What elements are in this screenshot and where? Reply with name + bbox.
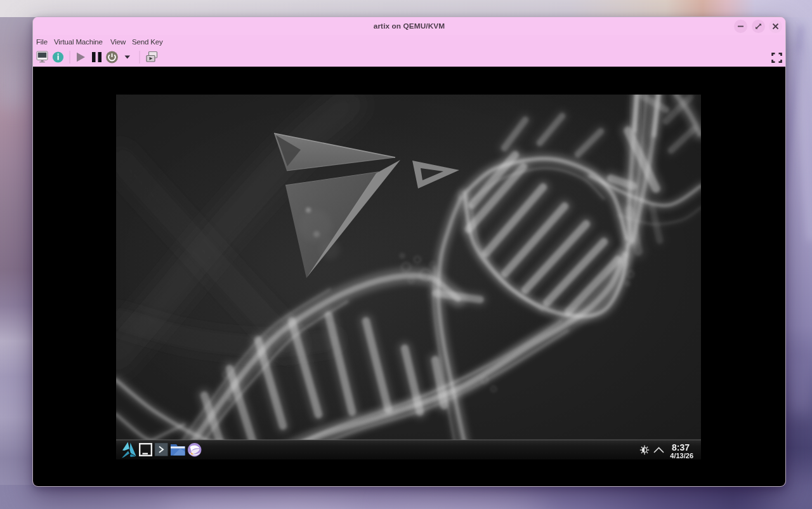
svg-text:8:37: 8:37	[672, 442, 690, 453]
svg-text:4/13/26: 4/13/26	[670, 452, 693, 459]
